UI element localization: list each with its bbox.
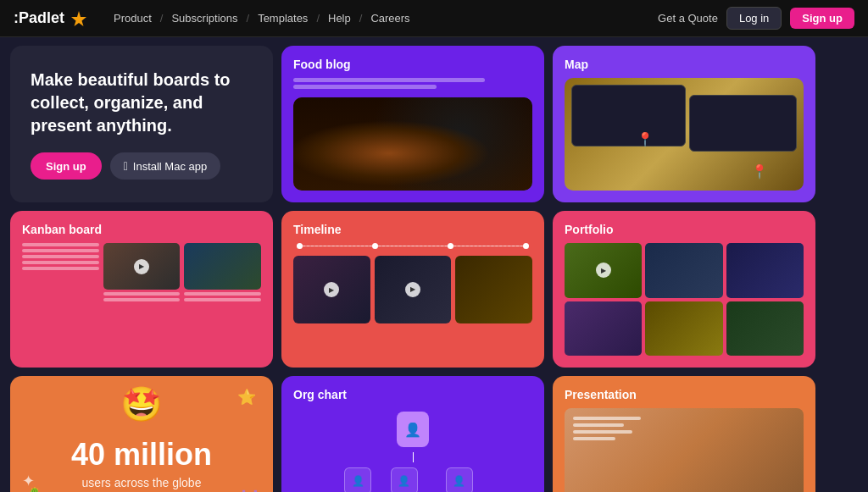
orgchart-visual: 👤 👤 👤 👤: [293, 408, 532, 492]
pres-line-4: [573, 437, 615, 440]
nav-links: Product / Subscriptions / Templates / He…: [105, 12, 658, 25]
map-card[interactable]: Map 📍 📍: [553, 46, 815, 202]
tl-dot-4: [523, 243, 529, 249]
food-blog-card[interactable]: Food blog: [281, 46, 544, 202]
stats-number: 40 million: [71, 437, 212, 473]
main-grid: Make beautiful boards to collect, organi…: [0, 37, 868, 492]
food-line-2: [293, 85, 437, 89]
spark-icon: [70, 9, 88, 28]
map-pin-1: 📍: [637, 131, 654, 147]
org-line-1: [413, 452, 414, 462]
logo[interactable]: :Padlet: [14, 9, 88, 28]
deco-star-1: ⭐: [237, 388, 256, 406]
tl-img-2: ▶: [375, 256, 452, 323]
tl-img-1: ▶: [293, 256, 370, 323]
kl8: [184, 292, 261, 296]
hero-mac-button[interactable]:  Install Mac app: [110, 152, 221, 180]
stats-card: 🤩 ⭐ ✦ 40 million users across the globe …: [10, 376, 273, 492]
timeline-visual: ▶ ▶: [293, 243, 532, 356]
kanban-col-2: ▶: [103, 243, 181, 356]
kl4: [22, 261, 99, 264]
nav-careers[interactable]: Careers: [362, 12, 418, 25]
timeline-card[interactable]: Timeline ▶ ▶: [281, 211, 544, 368]
pres-line-3: [573, 430, 632, 434]
play-icon-4: ▶: [596, 263, 611, 278]
nav-subscriptions[interactable]: Subscriptions: [163, 12, 246, 25]
svg-marker-0: [71, 11, 86, 26]
map-pin-2: 📍: [751, 163, 768, 180]
timeline-images: ▶ ▶: [293, 256, 532, 323]
login-button[interactable]: Log in: [726, 7, 782, 30]
port-img-6: [726, 301, 804, 357]
tl-dot-2: [372, 243, 378, 249]
org-node-3: 👤: [437, 467, 481, 492]
cactus-icon: 🌵: [19, 486, 50, 492]
tl-dot-3: [448, 243, 453, 249]
port-img-2: [645, 243, 722, 298]
hero-headline: Make beautiful boards to collect, organi…: [31, 69, 253, 137]
org-box-3: 👤: [446, 467, 473, 492]
play-icon-2: ▶: [324, 282, 339, 297]
nav-help[interactable]: Help: [320, 12, 359, 25]
port-img-4: [565, 301, 642, 357]
org-box-2: 👤: [391, 467, 418, 492]
food-blog-visual: [293, 78, 532, 191]
pres-line-2: [573, 423, 624, 427]
presentation-visual: [565, 408, 804, 492]
kanban-title: Kanban board: [22, 223, 261, 236]
org-node-2: 👤: [381, 467, 426, 492]
org-top-node: 👤: [397, 412, 429, 447]
nav-product[interactable]: Product: [105, 12, 160, 25]
hero-buttons: Sign up  Install Mac app: [31, 152, 253, 180]
hero-card: Make beautiful boards to collect, organi…: [10, 46, 273, 202]
food-blog-image: [293, 97, 532, 191]
kl1: [22, 243, 99, 246]
apple-icon: : [124, 159, 128, 173]
kl3: [22, 255, 99, 258]
pres-line-1: [573, 417, 641, 420]
kanban-col-1: [22, 243, 99, 356]
kanban-visual: ▶: [22, 243, 261, 356]
portfolio-card[interactable]: Portfolio ▶: [553, 211, 815, 368]
mac-label: Install Mac app: [133, 160, 207, 173]
monster-icon: 👾: [235, 488, 264, 492]
emoji-face: 🤩: [120, 384, 163, 424]
org-box-1: 👤: [344, 467, 371, 492]
stats-content: 40 million users across the globe: [71, 437, 212, 489]
kanban-card[interactable]: Kanban board ▶: [10, 211, 273, 368]
kanban-image-2: [184, 243, 261, 290]
play-icon-3: ▶: [405, 282, 420, 297]
map-title: Map: [565, 58, 804, 71]
timeline-title: Timeline: [293, 223, 532, 236]
port-img-3: [726, 243, 804, 298]
org-node-1: 👤: [344, 467, 371, 492]
navbar: :Padlet Product / Subscriptions / Templa…: [0, 0, 868, 37]
kl7: [103, 298, 181, 301]
food-blog-title: Food blog: [293, 58, 532, 71]
hero-signup-button[interactable]: Sign up: [31, 152, 102, 180]
signup-button[interactable]: Sign up: [790, 8, 854, 29]
nav-templates[interactable]: Templates: [249, 12, 316, 25]
presentation-card[interactable]: Presentation: [553, 376, 815, 492]
portfolio-title: Portfolio: [565, 223, 804, 236]
timeline-line: [293, 243, 532, 249]
kanban-col-3: [184, 243, 261, 356]
kl5: [22, 267, 99, 270]
tl-dot-1: [297, 243, 303, 249]
kl6: [103, 292, 181, 296]
orgchart-card[interactable]: Org chart 👤 👤 👤: [281, 376, 544, 492]
map-browser-2: [689, 95, 797, 152]
kl2: [22, 249, 99, 252]
tl-seg-2: [378, 246, 448, 246]
map-visual: 📍 📍: [565, 78, 804, 191]
stats-label: users across the globe: [82, 476, 202, 489]
map-browser-1: [571, 85, 686, 146]
presentation-title: Presentation: [565, 388, 804, 401]
get-quote-button[interactable]: Get a Quote: [658, 12, 718, 25]
orgchart-title: Org chart: [293, 388, 532, 401]
port-img-1: ▶: [565, 243, 642, 298]
pres-lines: [573, 417, 641, 440]
org-row-1: 👤 👤 👤: [344, 467, 481, 492]
tl-img-3: [455, 256, 532, 323]
kl9: [184, 298, 261, 301]
